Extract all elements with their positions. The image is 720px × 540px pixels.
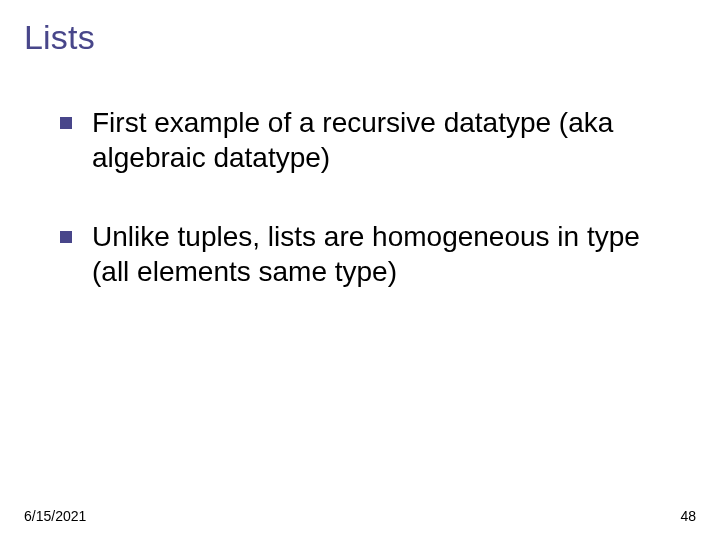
page-title: Lists [24,18,696,57]
square-bullet-icon [60,117,72,129]
footer-page-number: 48 [680,508,696,524]
bullet-text: First example of a recursive datatype (a… [92,105,666,175]
bullet-text: Unlike tuples, lists are homogeneous in … [92,219,666,289]
square-bullet-icon [60,231,72,243]
footer-date: 6/15/2021 [24,508,86,524]
list-item: Unlike tuples, lists are homogeneous in … [60,219,666,289]
list-item: First example of a recursive datatype (a… [60,105,666,175]
slide: Lists First example of a recursive datat… [0,0,720,540]
bullet-list: First example of a recursive datatype (a… [24,105,696,289]
footer: 6/15/2021 48 [24,508,696,524]
